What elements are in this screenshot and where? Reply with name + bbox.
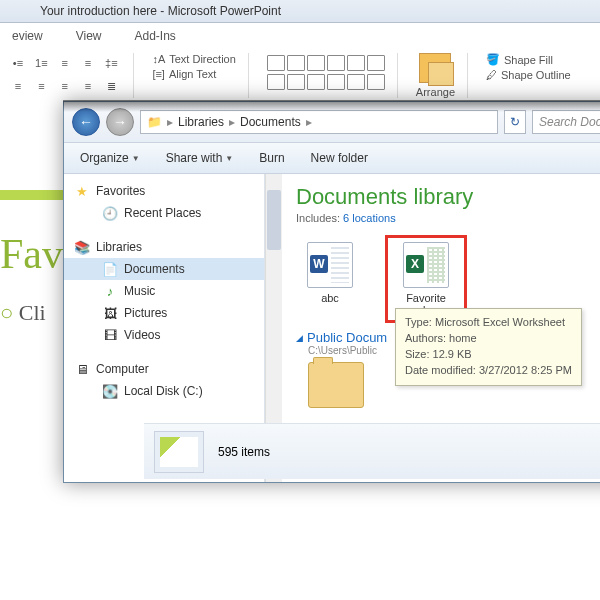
sidebar-videos[interactable]: 🎞Videos — [64, 324, 264, 346]
sidebar-documents[interactable]: 📄Documents — [64, 258, 264, 280]
computer-icon: 🖥 — [74, 361, 90, 377]
shape-hex[interactable] — [327, 74, 345, 90]
shape-arrow2[interactable] — [287, 74, 305, 90]
chevron-down-icon: ▼ — [132, 154, 140, 163]
documents-icon: 📄 — [102, 261, 118, 277]
arrange-icon[interactable] — [419, 53, 451, 83]
locations-link[interactable]: 6 locations — [343, 212, 396, 224]
pictures-icon: 🖼 — [102, 305, 118, 321]
word-icon — [307, 242, 353, 288]
align-center-button[interactable]: ≡ — [31, 76, 51, 96]
shape-style-group: 🪣Shape Fill 🖊Shape Outline — [486, 53, 583, 98]
explorer-window: ← → 📁▸ Libraries▸ Documents▸ ↻ Search Do… — [63, 101, 600, 483]
columns-button[interactable]: ≣ — [101, 77, 121, 97]
organize-button[interactable]: Organize▼ — [80, 151, 140, 165]
forward-button[interactable]: → — [106, 108, 134, 136]
title-bar: Your introduction here - Microsoft Power… — [0, 0, 600, 23]
align-left-button[interactable]: ≡ — [8, 76, 28, 96]
disk-icon: 💽 — [102, 383, 118, 399]
text-direction-button[interactable]: ↕AText Direction — [152, 53, 235, 65]
file-item-abc[interactable]: abc — [296, 242, 364, 316]
folder-icon[interactable] — [308, 362, 364, 408]
sidebar-local-disk[interactable]: 💽Local Disk (C:) — [64, 380, 264, 402]
file-label: abc — [296, 292, 364, 304]
back-button[interactable]: ← — [72, 108, 100, 136]
tab-addins[interactable]: Add-Ins — [130, 27, 179, 45]
shape-rect2[interactable] — [367, 55, 385, 71]
sidebar-libraries[interactable]: 📚Libraries — [64, 236, 264, 258]
indent-inc-button[interactable]: ≡ — [78, 53, 98, 73]
shape-line[interactable] — [287, 55, 305, 71]
line-spacing-button[interactable]: ‡≡ — [101, 53, 121, 73]
breadcrumb[interactable]: 📁▸ Libraries▸ Documents▸ — [140, 110, 498, 134]
shape-tri[interactable] — [347, 55, 365, 71]
shape-rect[interactable] — [267, 55, 285, 71]
sidebar-computer[interactable]: 🖥Computer — [64, 358, 264, 380]
shape-penta[interactable] — [307, 74, 325, 90]
shape-oval[interactable] — [327, 55, 345, 71]
status-thumbnail — [154, 431, 204, 473]
align-justify-button[interactable]: ≡ — [78, 76, 98, 96]
file-grid: abc Favorite colors — [296, 242, 600, 316]
explorer-nav-bar: ← → 📁▸ Libraries▸ Documents▸ ↻ Search Do… — [64, 102, 600, 143]
refresh-button[interactable]: ↻ — [504, 110, 526, 134]
bucket-icon: 🪣 — [486, 53, 500, 66]
libraries-icon: 📚 — [74, 239, 90, 255]
new-folder-button[interactable]: New folder — [311, 151, 368, 165]
burn-button[interactable]: Burn — [259, 151, 284, 165]
recent-icon: 🕘 — [102, 205, 118, 221]
shape-more[interactable] — [367, 74, 385, 90]
sidebar-recent-places[interactable]: 🕘Recent Places — [64, 202, 264, 224]
pen-icon: 🖊 — [486, 69, 497, 81]
shape-star[interactable] — [347, 74, 365, 90]
explorer-toolbar: Organize▼ Share with▼ Burn New folder — [64, 143, 600, 174]
indent-dec-button[interactable]: ≡ — [55, 53, 75, 73]
scrollbar-thumb[interactable] — [267, 190, 281, 250]
breadcrumb-documents[interactable]: Documents — [240, 115, 301, 129]
status-count: 595 items — [218, 445, 270, 459]
tab-view[interactable]: View — [72, 27, 106, 45]
library-includes: Includes: 6 locations — [296, 212, 600, 224]
arrow-left-icon: ← — [79, 114, 93, 130]
ribbon: eview View Add-Ins •≡ 1≡ ≡ ≡ ‡≡ ≡ ≡ ≡ ≡ … — [0, 23, 600, 102]
star-icon: ★ — [74, 183, 90, 199]
tab-review[interactable]: eview — [8, 27, 47, 45]
sidebar-pictures[interactable]: 🖼Pictures — [64, 302, 264, 324]
breadcrumb-libraries[interactable]: Libraries — [178, 115, 224, 129]
text-group: ↕AText Direction [≡]Align Text — [152, 53, 248, 98]
arrange-group: Arrange — [416, 53, 468, 98]
shape-fill-button[interactable]: 🪣Shape Fill — [486, 53, 571, 66]
shape-outline-button[interactable]: 🖊Shape Outline — [486, 69, 571, 81]
breadcrumb-root-icon[interactable]: 📁 — [147, 115, 162, 129]
chevron-down-icon: ◢ — [296, 333, 303, 343]
music-icon: ♪ — [102, 283, 118, 299]
library-title: Documents library — [296, 184, 600, 210]
search-input[interactable]: Search Documents — [532, 110, 600, 134]
share-with-button[interactable]: Share with▼ — [166, 151, 234, 165]
chevron-down-icon: ▼ — [225, 154, 233, 163]
sidebar-music[interactable]: ♪Music — [64, 280, 264, 302]
arrow-right-icon: → — [113, 114, 127, 130]
excel-icon — [403, 242, 449, 288]
align-right-button[interactable]: ≡ — [55, 76, 75, 96]
sidebar-favorites[interactable]: ★Favorites — [64, 180, 264, 202]
bullets-button[interactable]: •≡ — [8, 53, 28, 73]
slide-bullet[interactable]: Cli — [0, 300, 46, 326]
shape-line2[interactable] — [307, 55, 325, 71]
slide-title[interactable]: Fav — [0, 230, 63, 278]
shape-arrow[interactable] — [267, 74, 285, 90]
videos-icon: 🎞 — [102, 327, 118, 343]
numbering-button[interactable]: 1≡ — [31, 53, 51, 73]
align-text-button[interactable]: [≡]Align Text — [152, 68, 235, 80]
paragraph-group: •≡ 1≡ ≡ ≡ ‡≡ ≡ ≡ ≡ ≡ ≣ — [8, 53, 134, 98]
shapes-group — [267, 53, 398, 98]
file-tooltip: Type: Microsoft Excel Worksheet Authors:… — [395, 308, 582, 386]
status-bar: 595 items — [144, 423, 600, 479]
